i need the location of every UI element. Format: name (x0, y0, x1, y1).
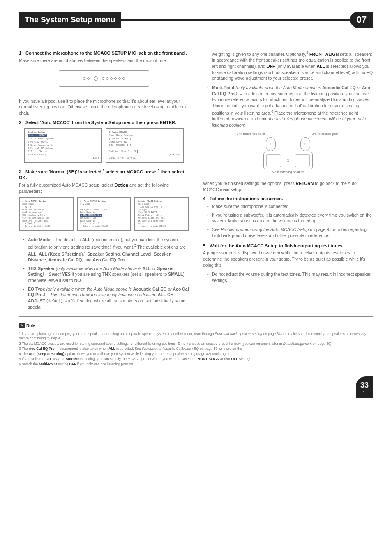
osd-line: EQ Type (138, 209, 147, 211)
text: setting, you can specify the MCACC prese… (83, 357, 196, 361)
term: NO (74, 278, 81, 283)
ref-2-label: 2nd reference point (237, 132, 265, 136)
term: ALL (45, 357, 52, 361)
text: When you're finished settings the option… (203, 181, 296, 186)
term: RETURN (296, 181, 314, 186)
text: option allows you to calibrate your syst… (65, 352, 231, 356)
text: (default) is a 'flat' setting where all … (28, 298, 185, 309)
osd-system-setup: System Setup 1.Auto MCACC 2.Surr Back Sy… (24, 128, 102, 162)
text: See (212, 227, 221, 232)
footnote-5: 5 If you selected ALL as your Auto Mode … (19, 357, 373, 361)
osd-item: 4.Data Management (28, 144, 53, 147)
note-label: Note (26, 323, 35, 329)
text: weighting is given to any one channel. O… (212, 52, 306, 57)
body-text: weighting is given to any one channel. O… (212, 50, 373, 81)
osd-line: Auto Mode (138, 203, 149, 205)
microphone-figure (48, 67, 159, 92)
italic-text: Surround back speaker setting (215, 332, 262, 336)
text: is selected. See (115, 346, 142, 351)
header-rule (121, 19, 350, 21)
italic-text: Data Management (283, 342, 312, 346)
term: ALL (82, 237, 90, 242)
term: FRONT ALIGN (309, 52, 339, 57)
step-2-heading: 2Select 'Auto MCACC' from the System Set… (19, 120, 189, 126)
term: YES (62, 272, 71, 277)
osd-line: at your 2nd reference (138, 220, 164, 222)
step-title-b: select an MCACC preset (104, 169, 158, 174)
osd-line: Data Save to (80, 220, 95, 222)
text: 6 Switch the (19, 362, 39, 366)
osd-line: Multi-Point ◀ YES ▶ (138, 214, 162, 217)
osd-footer: ENTER:Next :Cancel (109, 157, 180, 160)
osd-line: ▽If you are using THX (22, 217, 49, 219)
osd-footer: : Exit (28, 157, 99, 160)
text: ) – Select (43, 272, 62, 277)
osd-line: speakers, select YES. (22, 220, 49, 222)
term: Auto Mode (28, 237, 50, 242)
text: (only available when (275, 64, 317, 69)
osd-line: will be updated. (22, 211, 43, 214)
right-column: weighting is given to any one channel. O… (203, 50, 373, 314)
term: FRONT ALIGN (196, 357, 219, 361)
term: Channel Level (122, 251, 151, 256)
step-title: Follow the instructions on-screen. (210, 196, 283, 201)
page-number-badge: 33 En (356, 376, 373, 398)
page-header: The System Setup menu 07 (19, 12, 373, 28)
step-number: 1 (19, 50, 25, 56)
term: ALL (Keep SPsetting) (29, 352, 65, 356)
italic-text: Professional Acoustic Calibration EQ (142, 346, 199, 351)
osd-title: 1.Auto MCACC (109, 131, 127, 134)
osd-footer: : Return to Auto MCACC (138, 225, 166, 228)
osd-title: 1.Auto MCACC Option (22, 200, 46, 203)
bullet: See Problems when using the Auto MCACC S… (208, 226, 373, 238)
text: measurement is also taken when (55, 346, 108, 351)
note-heading: ✎ Note (19, 323, 35, 328)
text: 2 The six MCACC presets are used for sto… (19, 342, 283, 346)
step-number: 5 (203, 243, 210, 249)
osd-title: System Setup (28, 131, 45, 134)
text: setting (57, 362, 69, 366)
step-title: Select 'Auto MCACC' from the System Setu… (25, 120, 176, 125)
step-1-heading: 1Connect the microphone to the MCACC SET… (19, 50, 189, 56)
osd-line: Setting Start? (109, 150, 129, 153)
text: or (151, 266, 157, 271)
italic-text: Problems when using the Auto MCACC Setup (221, 227, 309, 232)
text: . (81, 278, 82, 283)
step-title-a: Make sure 'Normal (SB)' is selected, (25, 169, 103, 174)
osd-line: ▽Speaker settings (22, 209, 44, 211)
text: 3 The (19, 346, 29, 351)
chapter-badge: 07 (350, 12, 373, 28)
term: ALL (108, 346, 115, 351)
term: Multi-Point (212, 85, 234, 90)
text: , and (82, 257, 92, 262)
term: SMALL (168, 272, 183, 277)
sofa-icon: 3 (263, 152, 313, 169)
footnotes: 1 If you are planning on bi-amping your … (19, 332, 373, 367)
bullet-thx-speaker: THX Speaker (only available when the Aut… (24, 265, 189, 284)
bullet: If you're using a subwoofer, it is autom… (208, 212, 373, 224)
bullet-auto-mode: Auto Mode – The default is ALL (recommen… (24, 237, 189, 263)
text: if you only use one listening position. (76, 362, 134, 366)
text: (only available when the Auto Mode above… (55, 266, 143, 271)
step-3-heading: 3Make sure 'Normal (SB)' is selected,1 s… (19, 169, 189, 181)
front-panel-illustration (59, 70, 149, 87)
text: or (166, 286, 173, 291)
osd-option-2: 1. Auto MCACC Option ( ▲ Back ) EQ Type … (77, 197, 131, 231)
term: ALL (143, 266, 151, 271)
step-title: Wait for the Auto MCACC Setup to finish … (210, 243, 344, 248)
text: if you are using THX speakers (set all s… (71, 272, 168, 277)
text: 4 The (19, 352, 29, 356)
text: (only available when the Auto Mode above… (45, 286, 133, 291)
footnote-3: 3 The Aco Cal EQ Pro. measurement is als… (19, 346, 373, 351)
term: Speaker Setting (87, 251, 120, 256)
step-number: 4 (203, 196, 210, 202)
bullet: Make sure the microphone is connected. (208, 203, 373, 210)
text: – The default is (50, 237, 82, 242)
osd-option-row: 1.Auto MCACC Option Auto Mode [ ALL ] ▽S… (19, 197, 189, 231)
term: OFF (231, 357, 238, 361)
text: as your (52, 357, 66, 361)
text: and/or (219, 357, 231, 361)
osd-item: 5.Manual SP Setup (28, 147, 53, 150)
osd-item: 6.Input Setup (28, 150, 47, 153)
osd-line: point. (138, 222, 145, 225)
